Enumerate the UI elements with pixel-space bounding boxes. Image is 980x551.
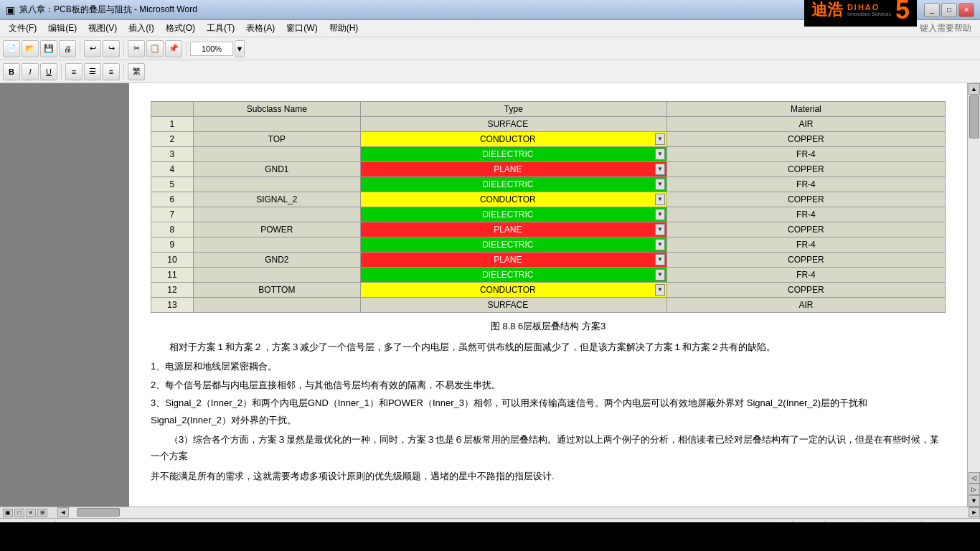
- scroll-down-prev[interactable]: ◁: [969, 472, 980, 484]
- right-scrollbar[interactable]: ▲ ◁ ▷ ▼: [967, 83, 980, 507]
- scroll-down-next[interactable]: ▷: [969, 484, 980, 495]
- menu-format[interactable]: 格式(O): [160, 21, 201, 36]
- cell-material: FR-4: [666, 207, 945, 222]
- table-row: 6SIGNAL_2CONDUCTOR▼COPPER: [151, 192, 946, 207]
- menu-view[interactable]: 视图(V): [83, 21, 123, 36]
- hscroll-track: [69, 507, 969, 518]
- view-btn3[interactable]: ≡: [26, 509, 36, 517]
- align-center[interactable]: ☰: [84, 63, 101, 80]
- separator1: [80, 41, 80, 57]
- paste-button[interactable]: 📌: [165, 40, 182, 57]
- align-right[interactable]: ≡: [103, 63, 120, 80]
- type-dropdown-arrow[interactable]: ▼: [655, 269, 665, 281]
- cell-type[interactable]: CONDUCTOR▼: [360, 283, 666, 298]
- separator3: [186, 41, 187, 57]
- cell-subclass: [193, 177, 360, 192]
- cell-type[interactable]: DIELECTRIC▼: [360, 207, 666, 222]
- type-dropdown-arrow[interactable]: ▼: [655, 164, 665, 175]
- cell-num: 13: [151, 298, 194, 313]
- col-header-material: Material: [666, 102, 945, 117]
- view-btn1[interactable]: ▣: [3, 509, 13, 517]
- cell-material: FR-4: [666, 237, 945, 253]
- view-btn2[interactable]: □: [14, 509, 24, 517]
- zoom-dropdown[interactable]: ▼: [235, 40, 245, 57]
- table-row: 1SURFACEAIR: [151, 117, 946, 132]
- undo-button[interactable]: ↩: [84, 40, 101, 57]
- menu-file[interactable]: 文件(F): [3, 21, 42, 36]
- view-buttons: ▣ □ ≡ ⊞: [0, 507, 57, 518]
- minimize-button[interactable]: _: [924, 3, 940, 17]
- underline-button[interactable]: U: [40, 63, 57, 80]
- scroll-down-button[interactable]: ▼: [969, 495, 980, 507]
- type-dropdown-arrow[interactable]: ▼: [655, 194, 665, 205]
- cell-material: COPPER: [666, 162, 945, 177]
- layer-stack-table: Subclass Name Type Material 1SURFACEAIR2…: [151, 101, 946, 313]
- type-dropdown-arrow[interactable]: ▼: [655, 133, 665, 145]
- menu-table[interactable]: 表格(A): [240, 21, 281, 36]
- cell-subclass: [193, 298, 360, 313]
- separator5: [123, 64, 124, 80]
- menu-help[interactable]: 帮助(H): [324, 21, 364, 36]
- hscroll-thumb[interactable]: [77, 508, 120, 517]
- type-label: CONDUCTOR: [480, 285, 536, 295]
- scroll-up-button[interactable]: ▲: [969, 83, 980, 95]
- horizontal-scrollbar: ▣ □ ≡ ⊞ ◄ ►: [0, 507, 980, 518]
- new-button[interactable]: 📄: [3, 40, 20, 57]
- list-item-3: 3、Signal_2（Inner_2）和两个内电层GND（Inner_1）和PO…: [151, 395, 946, 428]
- cut-button[interactable]: ✂: [128, 40, 145, 57]
- cell-num: 2: [151, 132, 194, 147]
- save-button[interactable]: 💾: [40, 40, 57, 57]
- bold-button[interactable]: B: [3, 63, 20, 80]
- status-record: 录制: [800, 521, 825, 522]
- view-btn4[interactable]: ⊞: [37, 509, 47, 517]
- type-dropdown-arrow[interactable]: ▼: [655, 179, 665, 190]
- cell-type[interactable]: PLANE▼: [360, 222, 666, 237]
- type-label: PLANE: [494, 225, 522, 235]
- type-dropdown-arrow[interactable]: ▼: [655, 284, 665, 296]
- table-row: 2TOPCONDUCTOR▼COPPER: [151, 132, 946, 147]
- lang-toggle[interactable]: 繁: [128, 63, 145, 80]
- maximize-button[interactable]: □: [941, 3, 957, 17]
- cell-type[interactable]: PLANE▼: [360, 162, 666, 177]
- status-overwrite: 改写: [897, 521, 922, 522]
- hscroll-right-button[interactable]: ►: [969, 507, 980, 517]
- cell-num: 1: [151, 117, 194, 132]
- menu-insert[interactable]: 插入(I): [123, 21, 159, 36]
- redo-button[interactable]: ↪: [103, 40, 120, 57]
- cell-type[interactable]: CONDUCTOR▼: [360, 192, 666, 207]
- close-button[interactable]: ✕: [958, 3, 974, 17]
- cell-type[interactable]: DIELECTRIC▼: [360, 177, 666, 192]
- print-button[interactable]: 🖨: [59, 40, 76, 57]
- figure-caption: 图 8.8 6层板层叠结构 方案3: [151, 320, 946, 333]
- menu-edit[interactable]: 编辑(E): [42, 21, 83, 36]
- open-button[interactable]: 📂: [22, 40, 39, 57]
- cell-type[interactable]: DIELECTRIC▼: [360, 237, 666, 253]
- cell-num: 5: [151, 177, 194, 192]
- zoom-input[interactable]: 100%: [190, 42, 233, 56]
- list-item-2: 2、每个信号层都与内电层直接相邻，与其他信号层均有有效的隔离，不易发生串扰。: [151, 377, 946, 393]
- type-dropdown-arrow[interactable]: ▼: [655, 209, 665, 220]
- cell-num: 10: [151, 253, 194, 268]
- type-dropdown-arrow[interactable]: ▼: [655, 254, 665, 265]
- window-controls[interactable]: _ □ ✕: [924, 3, 974, 17]
- cell-type[interactable]: PLANE▼: [360, 253, 666, 268]
- paragraph-2: （3）综合各个方面，方案３显然是最优化的一种，同时，方案３也是６层板常用的层叠结…: [151, 431, 946, 465]
- cell-num: 7: [151, 207, 194, 222]
- type-dropdown-arrow[interactable]: ▼: [655, 239, 665, 250]
- copy-button[interactable]: 📋: [146, 40, 164, 57]
- scroll-thumb[interactable]: [969, 95, 979, 138]
- hscroll-left-button[interactable]: ◄: [57, 507, 69, 517]
- table-row: 5DIELECTRIC▼FR-4: [151, 177, 946, 192]
- separator4: [61, 64, 62, 80]
- menu-window[interactable]: 窗口(W): [281, 21, 323, 36]
- status-col: 列: [776, 521, 793, 522]
- cell-type[interactable]: DIELECTRIC▼: [360, 268, 666, 283]
- cell-type: SURFACE: [360, 117, 666, 132]
- cell-type[interactable]: DIELECTRIC▼: [360, 147, 666, 162]
- menu-tools[interactable]: 工具(T): [201, 21, 240, 36]
- align-left[interactable]: ≡: [65, 63, 83, 80]
- cell-type[interactable]: CONDUCTOR▼: [360, 132, 666, 147]
- italic-button[interactable]: I: [22, 63, 39, 80]
- type-dropdown-arrow[interactable]: ▼: [655, 224, 665, 235]
- type-dropdown-arrow[interactable]: ▼: [655, 149, 665, 160]
